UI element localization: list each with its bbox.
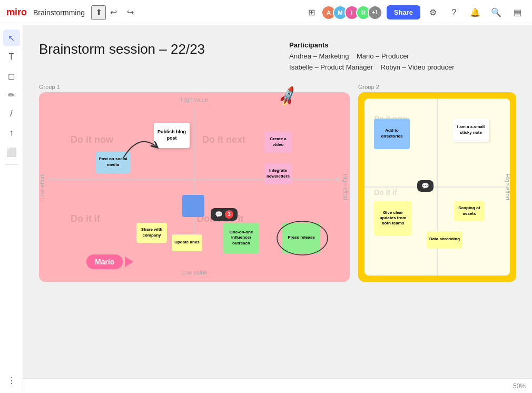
settings-button[interactable]: ⚙	[425, 4, 441, 21]
more-tools[interactable]: ⋮	[3, 372, 20, 389]
avatars-group: A M I R +1	[324, 5, 382, 20]
svg-point-2	[277, 221, 328, 255]
grid-button[interactable]: ⊞	[303, 4, 320, 21]
participant-mario: Mario – Producer	[357, 52, 409, 60]
miro-logo: miro	[6, 7, 27, 18]
mario-bubble: Mario	[86, 254, 123, 269]
sticky-integrate-newsletters[interactable]: Integrate newsletters	[264, 163, 292, 184]
high-effort-label: High effort	[343, 173, 349, 200]
mario-arrow	[125, 257, 133, 267]
chat-icon: 💬	[215, 211, 223, 218]
group2-board[interactable]: Do it now Do it if Add to directories I …	[358, 92, 516, 282]
do-it-if-label: Do it if	[71, 213, 100, 224]
chat-icon-g2: 💬	[421, 182, 429, 190]
history-controls: ↩ ↪	[106, 5, 137, 20]
do-it-now-label: Do it now	[71, 134, 113, 145]
sticky-influencer-outreach[interactable]: One-on-one influencer outreach	[223, 223, 259, 253]
sticky-add-directories[interactable]: Add to directories	[374, 119, 410, 149]
participants-label: Participants	[289, 41, 454, 49]
group2-label: Group 2	[358, 84, 516, 90]
help-button[interactable]: ?	[446, 4, 462, 21]
participants-area: Participants Andrea – Marketing Mario – …	[289, 41, 454, 73]
panel-button[interactable]: ▤	[509, 4, 526, 21]
undo-button[interactable]: ↩	[106, 5, 121, 20]
low-value-label: Low value	[181, 269, 208, 276]
participant-robyn: Robyn – Video producer	[381, 63, 455, 71]
sticky-create-video[interactable]: Create a video	[264, 132, 292, 153]
search-button[interactable]: 🔍	[488, 4, 505, 21]
group2: Group 2 Andrea Do it no	[358, 84, 516, 282]
sticky-tool[interactable]: ◻	[3, 67, 20, 84]
toolbar-right: ⊞ A M I R +1 Share ⚙ ? 🔔 🔍 ▤	[303, 4, 526, 21]
bell-button[interactable]: 🔔	[467, 4, 484, 21]
canvas-area[interactable]: Brainstorm session – 22/23 Participants …	[23, 25, 532, 393]
left-sidebar: ↖ T ◻ ✏ / ↑ ⬜ ⋮	[0, 25, 23, 393]
zoom-level: 50%	[513, 382, 526, 390]
groups-container: Group 1 Isabelle 🚀 High value Low value …	[39, 84, 532, 282]
arrow-svg	[123, 137, 160, 163]
line-tool[interactable]: /	[3, 105, 20, 122]
text-tool[interactable]: T	[3, 48, 20, 65]
group2-do-if: Do it if	[374, 188, 397, 196]
avatar-count: +1	[368, 5, 382, 20]
sticky-update-links[interactable]: Update links	[172, 234, 202, 251]
sticky-data-shredding[interactable]: Data shredding	[427, 231, 462, 248]
sticky-scoping[interactable]: Scoping of assets	[454, 201, 485, 221]
upload-button[interactable]: ⬆	[91, 5, 106, 20]
sticky-clear-updates[interactable]: Give clear updates from both teams	[374, 201, 412, 235]
canvas-content: Brainstorm session – 22/23 Participants …	[39, 41, 532, 282]
cursor-mario: Mario	[86, 254, 133, 269]
chat-badge[interactable]: 💬 3	[211, 208, 238, 221]
high-effort-g2: High effort	[505, 173, 511, 200]
shape-tool[interactable]: ⬜	[3, 143, 20, 160]
bottom-bar: 50%	[23, 378, 532, 393]
group1-board[interactable]: 🚀 High value Low value Low effort High e…	[39, 92, 350, 282]
select-tool[interactable]: ↖	[3, 30, 20, 46]
sticky-share-company[interactable]: Share with company	[136, 223, 167, 243]
sticky-xsmall[interactable]: I am a x-small sticky note	[453, 119, 489, 142]
group2-inner: Do it now Do it if Add to directories I …	[364, 99, 510, 276]
board-title: Brainstormming	[33, 8, 85, 17]
redo-button[interactable]: ↪	[123, 5, 137, 20]
group1-label: Group 1	[39, 84, 350, 90]
participant-isabelle: Isabelle – Product Manager	[289, 63, 379, 71]
sidebar-divider	[5, 164, 18, 165]
session-title: Brainstorm session – 22/23	[39, 41, 205, 57]
chat-badge-group2[interactable]: 💬	[417, 180, 434, 192]
arrow-tool[interactable]: ↑	[3, 124, 20, 141]
pen-tool[interactable]: ✏	[3, 86, 20, 103]
participants-list: Andrea – Marketing Mario – Producer Isab…	[289, 51, 454, 73]
participant-andrea: Andrea – Marketing	[289, 52, 354, 60]
chat-count: 3	[225, 210, 233, 219]
sticky-blue-square[interactable]	[182, 195, 204, 217]
do-it-next-label: Do it next	[202, 134, 245, 145]
share-button[interactable]: Share	[387, 5, 420, 19]
press-release-ellipse	[276, 220, 329, 257]
title-area: Brainstorm session – 22/23 Participants …	[39, 41, 532, 73]
toolbar: miro Brainstormming ⬆ ↩ ↪ ⊞ A M I R +1 S…	[0, 0, 532, 25]
high-value-label: High value	[181, 96, 208, 103]
group1: Group 1 Isabelle 🚀 High value Low value …	[39, 84, 350, 282]
low-effort-label: Low effort	[39, 174, 45, 200]
